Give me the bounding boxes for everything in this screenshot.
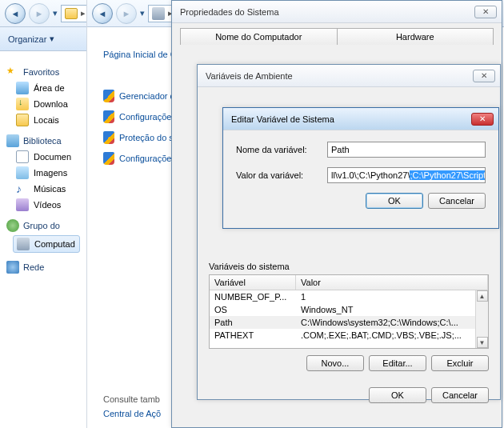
dialog-title: Editar Variável de Sistema	[231, 114, 334, 124]
computer-icon	[17, 238, 30, 250]
chevron-down-icon[interactable]: ▾	[140, 8, 145, 18]
folder-icon	[65, 8, 78, 19]
organize-button[interactable]: Organizar ▾	[8, 34, 54, 44]
chevron-down-icon: ▾	[50, 34, 54, 44]
var-name-input[interactable]	[327, 142, 486, 158]
dialog-title: Propriedades do Sistema	[180, 7, 279, 17]
shield-icon	[103, 90, 114, 102]
organize-label: Organizar	[8, 34, 46, 44]
list-row[interactable]: NUMBER_OF_P...1	[210, 290, 488, 303]
dialog-title: Variáveis de Ambiente	[206, 71, 293, 81]
dialog-titlebar: Editar Variável de Sistema ✕	[223, 108, 498, 130]
folder-icon	[16, 114, 29, 126]
tab-hardware[interactable]: Hardware	[337, 28, 494, 45]
desktop-icon	[16, 82, 29, 94]
chevron-right-icon: ▸	[81, 8, 86, 18]
edit-variable-dialog: Editar Variável de Sistema ✕ Nome da var…	[222, 107, 499, 229]
explorer-sidebar: ★Favoritos Área de Downloa Locais Biblio…	[0, 51, 83, 428]
sidebar-item-music[interactable]: Músicas	[16, 182, 80, 195]
var-value-input[interactable]: ll\v1.0\;C:\Python27\;C:\Python27\Script…	[327, 167, 486, 183]
forward-button: ►	[29, 3, 50, 24]
group-icon	[6, 219, 19, 232]
system-vars-list[interactable]: Variável Valor NUMBER_OF_P...1 OSWindows…	[209, 274, 489, 349]
cp-action-center-link[interactable]: Central de Açõ	[103, 409, 161, 418]
delete-button[interactable]: Excluir	[431, 355, 489, 371]
selected-text: ;C:\Python27\Scripts	[410, 170, 486, 180]
new-button[interactable]: Novo...	[306, 355, 364, 371]
chevron-down-icon[interactable]: ▾	[53, 8, 58, 18]
network-icon	[6, 261, 19, 274]
shield-icon	[103, 152, 114, 165]
scrollbar[interactable]: ▲ ▼	[475, 290, 488, 348]
cp-see-also: Consulte tamb	[103, 394, 161, 404]
sidebar-item-images[interactable]: Imagens	[16, 166, 80, 179]
computer-icon	[152, 7, 165, 20]
forward-button: ►	[116, 3, 137, 24]
sidebar-item-places[interactable]: Locais	[16, 114, 80, 126]
sidebar-item-documents[interactable]: Documen	[16, 150, 80, 163]
edit-button[interactable]: Editar...	[369, 355, 426, 371]
sidebar-favorites[interactable]: ★Favoritos	[6, 66, 80, 78]
sidebar-item-desktop[interactable]: Área de	[16, 82, 80, 94]
back-button[interactable]: ◄	[5, 3, 26, 24]
sidebar-libraries[interactable]: Biblioteca	[6, 134, 80, 147]
col-variable[interactable]: Variável	[210, 275, 296, 290]
dialog-titlebar: Propriedades do Sistema ✕	[172, 1, 502, 23]
dialog-titlebar: Variáveis de Ambiente ✕	[198, 65, 500, 87]
download-icon	[16, 98, 29, 110]
back-button[interactable]: ◄	[92, 3, 113, 24]
ok-button[interactable]: OK	[369, 387, 426, 403]
col-value[interactable]: Valor	[296, 275, 488, 290]
shield-icon	[103, 131, 114, 144]
list-row[interactable]: OSWindows_NT	[210, 303, 488, 316]
sidebar-item-downloads[interactable]: Downloa	[16, 98, 80, 110]
cp-footer: Consulte tamb Central de Açõ	[103, 394, 161, 418]
scroll-up-icon[interactable]: ▲	[477, 290, 488, 302]
var-name-label: Nome da variável:	[236, 145, 319, 154]
sidebar-item-videos[interactable]: Vídeos	[16, 198, 80, 211]
video-icon	[16, 198, 29, 211]
tabs: Nome do Computador Hardware	[180, 28, 494, 45]
cancel-button[interactable]: Cancelar	[428, 193, 486, 209]
cancel-button[interactable]: Cancelar	[431, 387, 489, 403]
music-icon	[16, 182, 29, 195]
system-vars-label: Variáveis do sistema	[209, 262, 489, 271]
close-button[interactable]: ✕	[471, 113, 494, 126]
sidebar-network[interactable]: Rede	[6, 261, 80, 274]
list-header: Variável Valor	[210, 275, 488, 290]
scroll-down-icon[interactable]: ▼	[477, 337, 488, 348]
document-icon	[16, 150, 29, 163]
star-icon: ★	[6, 66, 19, 78]
ok-button[interactable]: OK	[366, 193, 423, 209]
var-value-label: Valor da variável:	[236, 170, 319, 180]
list-row[interactable]: PATHEXT.COM;.EXE;.BAT;.CMD;.VBS;.VBE;.JS…	[210, 329, 488, 342]
sidebar-item-computer[interactable]: Computad	[13, 235, 80, 253]
libraries-icon	[6, 134, 19, 147]
sidebar-homegroup[interactable]: Grupo do	[6, 219, 80, 232]
close-button[interactable]: ✕	[473, 70, 495, 82]
list-row[interactable]: PathC:\Windows\system32;C:\Windows;C:\..…	[210, 316, 488, 329]
tab-computer-name[interactable]: Nome do Computador	[180, 28, 337, 45]
close-button[interactable]: ✕	[474, 6, 497, 18]
shield-icon	[103, 110, 114, 123]
image-icon	[16, 166, 29, 179]
